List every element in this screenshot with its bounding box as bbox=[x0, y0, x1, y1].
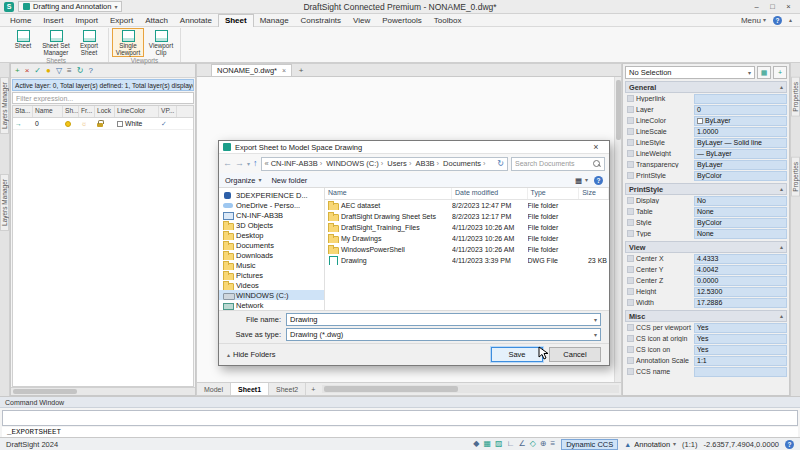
property-row[interactable]: CS icon on Yes bbox=[625, 344, 787, 355]
hide-folders-button[interactable]: ▴ Hide Folders bbox=[227, 350, 276, 359]
property-value[interactable]: ByLayer bbox=[694, 116, 787, 126]
selection-filter-dropdown[interactable]: No Selection ▾ bbox=[625, 66, 755, 79]
breadcrumb-segment[interactable]: WINDOWS (C:) bbox=[326, 159, 385, 168]
Drawing[interactable]: Drawing 4/11/2023 3:39 PM DWG File 23 KB bbox=[325, 255, 609, 266]
property-row[interactable]: Transparency ByLayer bbox=[625, 159, 787, 170]
close-icon[interactable]: × bbox=[282, 67, 286, 74]
menu-tab[interactable]: Insert bbox=[37, 14, 69, 27]
section-header-general[interactable]: General ▴ bbox=[625, 81, 787, 93]
help-icon[interactable]: ? bbox=[785, 440, 794, 449]
column-header[interactable]: Sh... bbox=[63, 106, 79, 117]
column-header[interactable]: Name bbox=[33, 106, 63, 117]
property-row[interactable]: Height 12.5300 bbox=[625, 286, 787, 297]
forward-button[interactable]: → bbox=[235, 159, 244, 168]
property-value[interactable]: ByLayer — Solid line bbox=[694, 138, 787, 148]
property-value[interactable]: Yes bbox=[694, 323, 787, 333]
palette-tab[interactable]: Layers Manager bbox=[0, 174, 9, 231]
DraftSight Drawing Sheet Sets[interactable]: DraftSight Drawing Sheet Sets 8/2/2023 1… bbox=[325, 211, 609, 222]
property-row[interactable]: Width 17.2886 bbox=[625, 297, 787, 308]
save-button[interactable]: Save bbox=[491, 347, 543, 362]
menu-tab[interactable]: Powertools bbox=[376, 14, 428, 27]
tree-item[interactable]: Downloads bbox=[219, 250, 324, 260]
file-name-input[interactable] bbox=[290, 315, 591, 324]
menu-tab[interactable]: Sheet bbox=[218, 14, 254, 27]
ortho-icon[interactable]: ∟ bbox=[507, 440, 515, 448]
column-header[interactable]: Sta... bbox=[13, 106, 33, 117]
lineweight-icon[interactable]: ≡ bbox=[551, 440, 556, 448]
help-icon[interactable]: ? bbox=[594, 176, 603, 185]
My Drawings[interactable]: My Drawings 4/11/2023 10:26 AM File fold… bbox=[325, 233, 609, 244]
WindowsPowerShell[interactable]: WindowsPowerShell 4/11/2023 10:26 AM Fil… bbox=[325, 244, 609, 255]
property-row[interactable]: CCS per viewport Yes bbox=[625, 322, 787, 333]
tree-item[interactable]: Pictures bbox=[219, 270, 324, 280]
select-entities-button[interactable]: ▦ bbox=[757, 66, 771, 79]
column-header[interactable]: Lock bbox=[95, 106, 115, 117]
organize-button[interactable]: Organize ▾ bbox=[225, 176, 261, 185]
tree-item[interactable]: Music bbox=[219, 260, 324, 270]
column-header[interactable]: VP... bbox=[159, 106, 177, 117]
property-value[interactable]: 0.0000 bbox=[694, 276, 787, 286]
filter-expression-input[interactable] bbox=[12, 92, 194, 104]
filter-icon[interactable]: ▽ bbox=[56, 67, 62, 75]
property-row[interactable]: Center Y 4.0042 bbox=[625, 264, 787, 275]
ribbon-button[interactable]: Export Sheet bbox=[73, 28, 105, 57]
tree-item[interactable]: CN-INF-AB3B bbox=[219, 210, 324, 220]
delete-layer-icon[interactable]: × bbox=[25, 67, 30, 75]
property-value[interactable] bbox=[694, 367, 787, 377]
ribbon-button[interactable]: Sheet Set Manager bbox=[40, 28, 72, 57]
menu-tab[interactable]: Attach bbox=[139, 14, 174, 27]
property-row[interactable]: PrintStyle ByColor bbox=[625, 170, 787, 181]
property-row[interactable]: Hyperlink bbox=[625, 93, 787, 104]
breadcrumb-segment[interactable]: AB3B bbox=[415, 159, 441, 168]
column-header[interactable]: Date modified bbox=[452, 188, 527, 199]
property-value[interactable]: Yes bbox=[694, 345, 787, 355]
menu-tab[interactable]: Export bbox=[104, 14, 139, 27]
vp-freeze-icon[interactable]: ✓ bbox=[159, 120, 177, 128]
column-header[interactable]: Size bbox=[579, 188, 609, 199]
section-header-printstyle[interactable]: PrintStyle ▴ bbox=[625, 183, 787, 195]
polar-icon[interactable]: ∠ bbox=[518, 440, 525, 448]
color-name[interactable]: White bbox=[125, 120, 142, 127]
new-folder-button[interactable]: New folder bbox=[271, 176, 307, 185]
column-header[interactable]: Name bbox=[325, 188, 452, 199]
tree-item[interactable]: Documents bbox=[219, 240, 324, 250]
property-value[interactable]: 4.0042 bbox=[694, 265, 787, 275]
breadcrumb-segment[interactable]: CN-INF-AB3B bbox=[271, 159, 325, 168]
scale-indicator[interactable]: (1:1) bbox=[682, 440, 697, 449]
0[interactable]: → 0 ☼ White ✓ bbox=[13, 118, 193, 130]
section-header-misc[interactable]: Misc ▴ bbox=[625, 310, 787, 322]
property-value[interactable]: No bbox=[694, 196, 787, 206]
property-row[interactable]: LineColor ByLayer bbox=[625, 115, 787, 126]
property-row[interactable]: Layer 0 bbox=[625, 104, 787, 115]
maximize-button[interactable]: □ bbox=[765, 1, 780, 12]
palette-tab[interactable]: Properties bbox=[791, 157, 800, 197]
save-as-type-dropdown[interactable]: Drawing (*.dwg) ▾ bbox=[286, 328, 601, 341]
add-selection-button[interactable]: + bbox=[773, 66, 787, 79]
new-document-button[interactable]: + bbox=[295, 65, 307, 76]
ribbon-button[interactable]: Sheet bbox=[7, 28, 39, 57]
tree-item[interactable]: WINDOWS (C:) bbox=[219, 290, 324, 300]
property-value[interactable]: Yes bbox=[694, 334, 787, 344]
property-value[interactable]: 1:1 bbox=[694, 356, 787, 366]
history-dropdown-icon[interactable]: ▾ bbox=[247, 161, 250, 167]
tree-item[interactable]: Network bbox=[219, 300, 324, 310]
minimize-button[interactable]: – bbox=[749, 1, 764, 12]
pointer-select-icon[interactable]: ◆ bbox=[473, 440, 479, 448]
palette-tab[interactable]: Layers Manager bbox=[0, 77, 9, 134]
show-all-layers-icon[interactable]: ● bbox=[46, 67, 51, 75]
menu-tab[interactable]: Constraints bbox=[295, 14, 347, 27]
property-row[interactable]: Annotation Scale 1:1 bbox=[625, 355, 787, 366]
menu-tab[interactable]: Toolbox bbox=[428, 14, 468, 27]
property-row[interactable]: Display No bbox=[625, 195, 787, 206]
property-value[interactable]: ByColor bbox=[694, 171, 787, 181]
property-value[interactable]: — ByLayer bbox=[694, 149, 787, 159]
property-value[interactable]: 4.4333 bbox=[694, 254, 787, 264]
menu-tab[interactable]: Import bbox=[69, 14, 104, 27]
vertical-scrollbar[interactable] bbox=[614, 77, 621, 382]
menu-tab[interactable]: Home bbox=[4, 14, 37, 27]
menu-tab[interactable]: Annotate bbox=[174, 14, 218, 27]
property-row[interactable]: LineWeight — ByLayer bbox=[625, 148, 787, 159]
tree-item[interactable]: Desktop bbox=[219, 230, 324, 240]
property-row[interactable]: Table None bbox=[625, 206, 787, 217]
property-value[interactable]: 12.5300 bbox=[694, 287, 787, 297]
